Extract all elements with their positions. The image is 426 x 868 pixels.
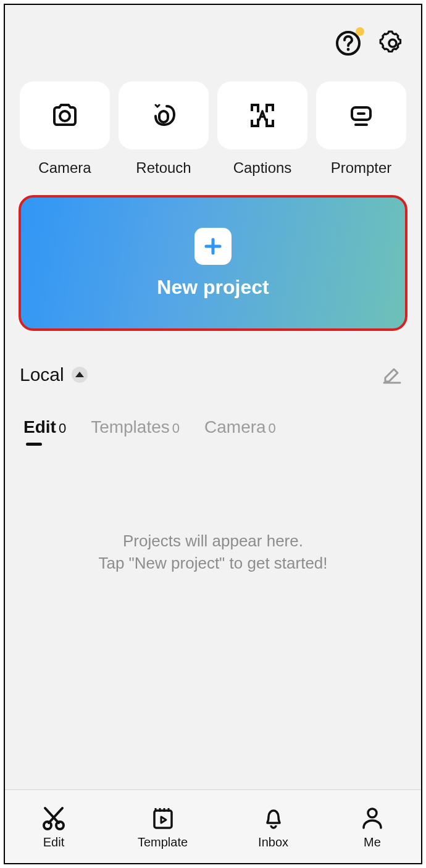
- captions-quick-button[interactable]: [217, 81, 307, 149]
- local-title: Local: [20, 364, 64, 385]
- tab-edit-count: 0: [59, 420, 66, 436]
- template-icon: [149, 804, 177, 832]
- camera-quick-button[interactable]: [20, 81, 110, 149]
- svg-point-20: [368, 809, 377, 817]
- nav-inbox-label: Inbox: [258, 835, 288, 849]
- svg-point-1: [347, 48, 350, 51]
- svg-rect-15: [154, 811, 172, 828]
- prompter-quick-label: Prompter: [316, 159, 406, 177]
- tab-camera[interactable]: Camera 0: [204, 417, 276, 437]
- tab-templates-count: 0: [172, 420, 180, 436]
- nav-inbox[interactable]: Inbox: [258, 804, 288, 849]
- prompter-icon: [346, 100, 377, 131]
- plus-icon: [194, 228, 232, 265]
- retouch-quick-button[interactable]: [119, 81, 209, 149]
- retouch-quick-label: Retouch: [119, 159, 209, 177]
- settings-button[interactable]: [379, 30, 406, 59]
- captions-quick-label: Captions: [217, 159, 307, 177]
- local-dropdown[interactable]: Local: [20, 364, 88, 385]
- new-project-button[interactable]: New project: [19, 195, 407, 331]
- nav-edit-label: Edit: [43, 835, 64, 849]
- tab-edit[interactable]: Edit 0: [23, 417, 66, 437]
- nav-edit[interactable]: Edit: [40, 804, 67, 849]
- new-project-label: New project: [157, 276, 269, 299]
- tab-templates[interactable]: Templates 0: [91, 417, 180, 437]
- captions-icon: [247, 100, 278, 131]
- bell-icon: [260, 804, 287, 832]
- camera-icon: [49, 100, 80, 131]
- tab-templates-label: Templates: [91, 417, 170, 437]
- empty-line1: Projects will appear here.: [5, 530, 421, 552]
- svg-point-2: [389, 40, 396, 47]
- tab-edit-label: Edit: [23, 417, 56, 437]
- nav-me[interactable]: Me: [359, 804, 386, 849]
- scissors-icon: [40, 804, 67, 832]
- help-button[interactable]: [335, 30, 362, 59]
- notification-dot: [356, 27, 364, 36]
- pencil-icon: [382, 363, 403, 384]
- svg-point-3: [60, 111, 70, 121]
- empty-state: Projects will appear here. Tap "New proj…: [5, 437, 421, 789]
- retouch-icon: [148, 100, 179, 131]
- nav-template-label: Template: [138, 835, 188, 849]
- nav-me-label: Me: [364, 835, 381, 849]
- svg-rect-4: [159, 111, 168, 122]
- camera-quick-label: Camera: [20, 159, 110, 177]
- tab-camera-count: 0: [269, 420, 276, 436]
- caret-up-icon: [72, 367, 88, 383]
- edit-list-button[interactable]: [382, 363, 403, 386]
- nav-template[interactable]: Template: [138, 804, 188, 849]
- tab-camera-label: Camera: [204, 417, 266, 437]
- gear-icon: [379, 30, 406, 57]
- person-icon: [359, 804, 386, 832]
- prompter-quick-button[interactable]: [316, 81, 406, 149]
- empty-line2: Tap "New project" to get started!: [5, 552, 421, 574]
